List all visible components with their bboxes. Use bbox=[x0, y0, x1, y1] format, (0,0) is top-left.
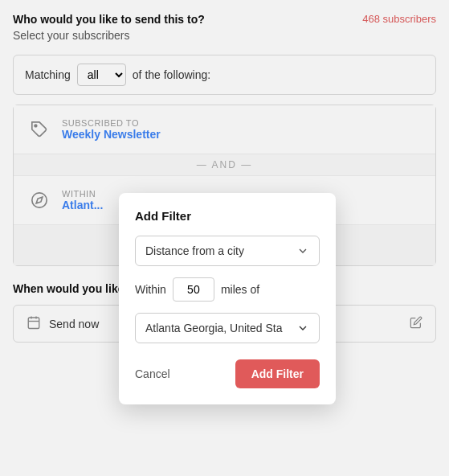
miles-input[interactable] bbox=[173, 277, 214, 302]
modal-title: Add Filter bbox=[135, 209, 320, 223]
modal-actions: Cancel Add Filter bbox=[135, 359, 320, 388]
add-filter-modal: Add Filter Distance from a city Within m… bbox=[119, 193, 336, 404]
add-filter-button[interactable]: Add Filter bbox=[235, 359, 320, 388]
miles-label: miles of bbox=[221, 283, 259, 296]
filter-type-dropdown[interactable]: Distance from a city bbox=[135, 236, 320, 266]
city-label: Atlanta Georgia, United Sta bbox=[145, 322, 282, 334]
filter-type-label: Distance from a city bbox=[145, 244, 244, 257]
chevron-down-city-icon bbox=[296, 322, 309, 334]
city-dropdown[interactable]: Atlanta Georgia, United Sta bbox=[135, 313, 320, 343]
cancel-button[interactable]: Cancel bbox=[135, 361, 170, 387]
within-label: Within bbox=[135, 283, 166, 296]
chevron-down-icon bbox=[296, 244, 309, 257]
within-row: Within miles of bbox=[135, 277, 320, 302]
